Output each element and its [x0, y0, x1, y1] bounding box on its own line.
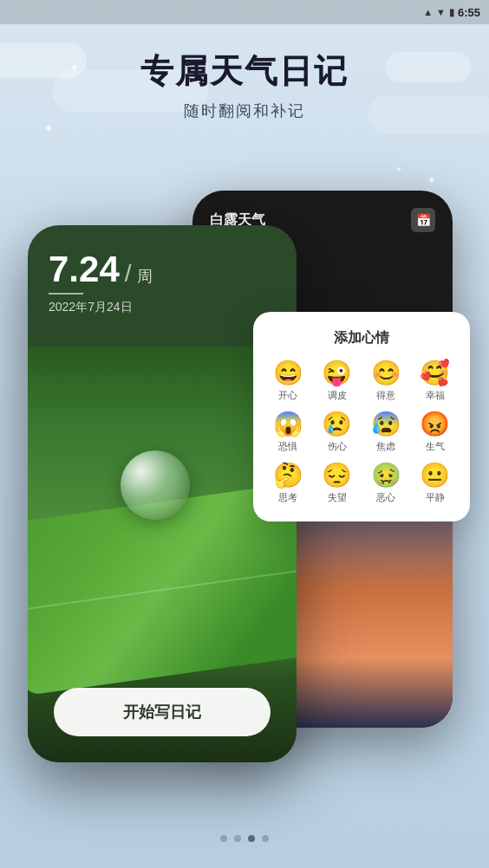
mood-grid: 😄开心😜调皮😊得意🥰幸福😱恐惧😢伤心😰焦虑😡生气🤔思考😔失望🤢恶心😐平静: [267, 361, 456, 504]
mood-item[interactable]: 😰焦虑: [365, 412, 408, 453]
mood-item[interactable]: 😊得意: [365, 361, 408, 402]
wifi-icon: ▼: [436, 7, 446, 17]
mood-label: 恶心: [376, 491, 395, 504]
page-indicators: [220, 835, 269, 842]
page-dot[interactable]: [220, 835, 227, 842]
date-separator: /: [125, 260, 132, 288]
date-number: 7.24: [49, 251, 120, 288]
sparkle-2: ✦: [43, 121, 54, 135]
mood-panel-title: 添加心情: [267, 329, 456, 347]
calendar-icon[interactable]: 📅: [411, 208, 435, 232]
main-title: 专属天气日记: [0, 52, 489, 92]
mood-item[interactable]: 😜调皮: [316, 361, 359, 402]
mood-emoji: 😔: [322, 463, 352, 488]
mood-item[interactable]: 🤔思考: [267, 463, 310, 504]
mood-emoji: 🤢: [371, 463, 401, 488]
water-drop: [121, 450, 190, 520]
mood-label: 幸福: [426, 389, 445, 402]
mood-item[interactable]: 😄开心: [267, 361, 310, 402]
mood-item[interactable]: 🥰幸福: [414, 361, 457, 402]
mood-label: 生气: [426, 440, 445, 453]
mood-item[interactable]: 😢伤心: [316, 412, 359, 453]
signal-icon: ▲: [423, 7, 433, 17]
mood-label: 思考: [278, 491, 297, 504]
mood-label: 伤心: [328, 440, 347, 453]
mood-label: 失望: [328, 491, 347, 504]
mood-emoji: 🥰: [420, 361, 450, 385]
mood-emoji: 😜: [322, 361, 352, 385]
leaf-vein: [28, 568, 297, 612]
battery-icon: ▮: [449, 7, 454, 18]
calendar-icon-symbol: 📅: [416, 213, 431, 227]
mood-item[interactable]: 😡生气: [414, 412, 457, 453]
mood-label: 平静: [426, 491, 445, 504]
date-underline: [49, 293, 83, 295]
start-diary-button[interactable]: 开始写日记: [54, 688, 271, 736]
mood-label: 恐惧: [278, 440, 297, 453]
date-full: 2022年7月24日: [49, 300, 276, 315]
mood-emoji: 😱: [273, 412, 303, 437]
mood-emoji: 😄: [273, 361, 303, 385]
status-bar: ▲ ▼ ▮ 6:55: [0, 0, 489, 24]
mood-label: 焦虑: [376, 440, 395, 453]
mood-item[interactable]: 🤢恶心: [365, 463, 408, 504]
mood-emoji: 🤔: [273, 463, 303, 488]
mood-emoji: 😢: [322, 412, 352, 437]
phone-front-header: 7.24 / 周 2022年7月24日: [28, 225, 297, 329]
phone-mockup-container: 白露天气 📅 7.24 / 周 2022年7月24日 开始写日记: [19, 173, 470, 823]
mood-label: 得意: [376, 389, 395, 402]
mood-panel: 添加心情 😄开心😜调皮😊得意🥰幸福😱恐惧😢伤心😰焦虑😡生气🤔思考😔失望🤢恶心😐平…: [253, 312, 470, 521]
mood-emoji: 😊: [371, 361, 401, 385]
status-right: ▲ ▼ ▮ 6:55: [423, 6, 480, 19]
date-week: 周: [137, 266, 153, 287]
date-display: 7.24 / 周: [49, 251, 276, 288]
page-dot[interactable]: [248, 835, 255, 842]
status-time: 6:55: [458, 6, 480, 19]
sub-title: 随时翻阅和补记: [0, 100, 489, 121]
mood-emoji: 😰: [371, 412, 401, 437]
mood-item[interactable]: 😐平静: [414, 463, 457, 504]
title-area: 专属天气日记 随时翻阅和补记: [0, 52, 489, 121]
mood-emoji: 😐: [420, 463, 450, 488]
mood-label: 开心: [278, 389, 297, 402]
mood-item[interactable]: 😱恐惧: [267, 412, 310, 453]
mood-label: 调皮: [328, 389, 347, 402]
page-dot[interactable]: [262, 835, 269, 842]
page-dot[interactable]: [234, 835, 241, 842]
mood-emoji: 😡: [420, 412, 450, 437]
mood-item[interactable]: 😔失望: [316, 463, 359, 504]
